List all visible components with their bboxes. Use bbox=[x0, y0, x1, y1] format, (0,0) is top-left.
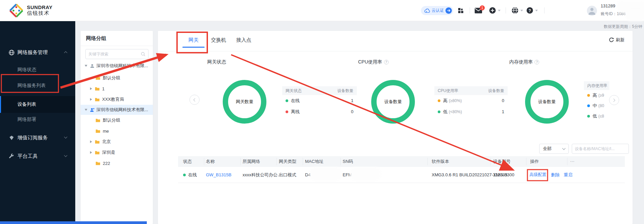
tree-node-222[interactable]: 222 bbox=[81, 158, 153, 168]
device-name-link[interactable]: GW_B1315B bbox=[206, 167, 231, 183]
tree-node-me[interactable]: me bbox=[81, 126, 153, 136]
col-header-version[interactable]: 软件版本 bbox=[432, 156, 449, 167]
tree-node-shenzhen[interactable]: 深圳是 bbox=[81, 147, 153, 158]
tree-node-label: XXX教育局 bbox=[102, 96, 124, 102]
folder-icon bbox=[95, 97, 100, 101]
legend-value: 1 bbox=[502, 109, 504, 114]
top-header: SUNDRAY 信锐技术 云认证 1 bbox=[0, 0, 644, 21]
legend-row-online: 在线 1 bbox=[282, 95, 357, 106]
tab-access-point[interactable]: 接入点 bbox=[236, 37, 251, 43]
tree-search bbox=[85, 49, 148, 59]
tree-node-org2-selected[interactable]: 深圳市信锐网科技术有限... bbox=[81, 105, 153, 115]
sidebar-group-network-services[interactable]: 网络服务管理 bbox=[0, 46, 75, 58]
legend-gateway-status: 网关状态 设备数量 在线 1 离线 0 bbox=[282, 86, 357, 117]
folder-icon bbox=[95, 161, 100, 165]
advanced-config-button[interactable]: 高级配置 bbox=[529, 167, 546, 183]
tab-switch[interactable]: 交换机 bbox=[211, 37, 226, 43]
help-icon[interactable] bbox=[534, 60, 539, 64]
sidebar-item-device-list[interactable]: 设备列表 bbox=[0, 96, 75, 113]
sundray-logo-icon bbox=[9, 3, 24, 19]
delete-button[interactable]: 删除 bbox=[551, 167, 560, 183]
active-tab-underline bbox=[182, 47, 205, 48]
help-icon[interactable] bbox=[384, 60, 389, 64]
tree-node-default-group-2[interactable]: 默认分组 bbox=[81, 115, 153, 125]
globe-icon bbox=[9, 50, 14, 55]
refresh-button[interactable]: 刷新 bbox=[609, 37, 625, 43]
folder-icon bbox=[95, 87, 100, 91]
chevron-left-icon bbox=[194, 98, 197, 101]
sidebar-item-network-status[interactable]: 网络状态 bbox=[0, 65, 75, 75]
sidebar-group-platform-tools[interactable]: 平台工具 bbox=[0, 150, 75, 162]
messages-button[interactable]: 1 bbox=[475, 8, 482, 13]
brand-name-cn: 信锐技术 bbox=[27, 10, 52, 16]
tree-node-label: 深圳是 bbox=[102, 149, 115, 155]
folder-icon bbox=[95, 118, 100, 122]
chevron-down-icon bbox=[562, 147, 566, 150]
reboot-button[interactable]: 重启 bbox=[564, 167, 572, 183]
legend-row-high: 高 (≥80%) 0 bbox=[434, 95, 508, 106]
table-row-status: 在线 bbox=[183, 167, 197, 183]
chevron-right-icon bbox=[612, 98, 615, 102]
sidebar-item-label: 设备列表 bbox=[17, 101, 36, 107]
create-menu-button[interactable] bbox=[489, 7, 501, 14]
col-header-gateway-type[interactable]: 网关类型 bbox=[279, 156, 296, 167]
sidebar-item-network-deploy[interactable]: 网络部署 bbox=[0, 115, 75, 125]
user-name[interactable]: 131289 bbox=[601, 3, 615, 8]
tree-node-beijing[interactable]: 北京 bbox=[81, 137, 153, 147]
carousel-next-button[interactable] bbox=[609, 95, 619, 105]
sidebar: 网络服务管理 网络状态 网络服务列表 设备列表 网络部署 增值订阅服务 平台工具 bbox=[0, 21, 75, 224]
col-header-model[interactable]: 设备型号 bbox=[493, 156, 511, 167]
tree-expand-icon[interactable] bbox=[90, 98, 92, 101]
chart-title-gateway-status: 网关状态 bbox=[207, 59, 226, 65]
avatar[interactable] bbox=[587, 6, 597, 17]
donut-gateway-count: 网关数量 bbox=[223, 80, 266, 124]
tree-search-input[interactable] bbox=[88, 52, 141, 56]
help-menu-button[interactable]: ? bbox=[526, 7, 538, 14]
tree-expand-icon[interactable] bbox=[85, 65, 87, 67]
device-search-input[interactable] bbox=[575, 146, 627, 151]
tab-gateway[interactable]: 网关 bbox=[188, 37, 199, 43]
tree-node-org1[interactable]: 深圳市信锐网科技术有限... bbox=[81, 61, 153, 71]
filter-select-value: 全部 bbox=[543, 146, 552, 152]
filter-select[interactable]: 全部 bbox=[539, 144, 569, 154]
tree-node-default-group-1[interactable]: 默认分组 bbox=[81, 73, 153, 83]
globe-icon bbox=[512, 7, 518, 14]
col-header-mac[interactable]: MAC地址 bbox=[305, 156, 324, 167]
sidebar-group-subscription[interactable]: 增值订阅服务 bbox=[0, 132, 75, 144]
donut-center-label: 设备数量 bbox=[538, 99, 556, 105]
table-row-network: xxxx科技公司办公... bbox=[243, 167, 281, 183]
tree-node-label: 深圳市信锐网科技术有限... bbox=[96, 63, 148, 69]
col-header-status[interactable]: 状态 bbox=[183, 156, 192, 167]
language-menu-button[interactable] bbox=[512, 7, 523, 14]
col-header-sn[interactable]: SN码 bbox=[343, 156, 353, 167]
tree-expand-icon[interactable] bbox=[90, 151, 92, 154]
legend-col-label: 网关状态 bbox=[286, 88, 302, 94]
chevron-down-icon bbox=[64, 154, 68, 157]
header-divider bbox=[506, 7, 506, 13]
tree-expand-icon[interactable] bbox=[90, 140, 92, 143]
col-header-more[interactable]: ⋯ bbox=[570, 156, 575, 167]
tree-node-xxx-education[interactable]: XXX教育局 bbox=[81, 94, 153, 104]
legend-col-label: 设备数量 bbox=[337, 88, 353, 94]
col-header-actions[interactable]: 操作 bbox=[530, 156, 539, 167]
tree-expand-icon[interactable] bbox=[85, 109, 87, 111]
chevron-down-icon bbox=[64, 135, 68, 139]
table-row-gateway-type: 出口模式 bbox=[279, 167, 296, 183]
tree-expand-icon[interactable] bbox=[90, 87, 92, 90]
tree-node-1[interactable]: 1 bbox=[81, 84, 153, 94]
col-header-network[interactable]: 所属网络 bbox=[243, 156, 260, 167]
diamond-icon bbox=[9, 135, 14, 140]
redaction-blur bbox=[312, 169, 339, 179]
status-dot bbox=[438, 110, 440, 113]
sidebar-item-network-service-list[interactable]: 网络服务列表 bbox=[0, 81, 75, 91]
carousel-prev-button[interactable] bbox=[189, 95, 200, 105]
tree-node-label: 默认分组 bbox=[103, 75, 120, 81]
panel-title: 网络分组 bbox=[86, 35, 106, 42]
cloud-auth-button[interactable]: 云认证 bbox=[421, 6, 453, 15]
apps-grid-icon[interactable] bbox=[458, 8, 464, 13]
folder-icon bbox=[95, 129, 100, 133]
legend-memory-usage: 内存使用率 设备数量 高 (≥9 中 (80 低 (≤8 bbox=[584, 81, 609, 123]
header-divider bbox=[470, 7, 470, 13]
col-header-name[interactable]: 名称 bbox=[206, 156, 215, 167]
redaction-blur bbox=[619, 3, 644, 11]
